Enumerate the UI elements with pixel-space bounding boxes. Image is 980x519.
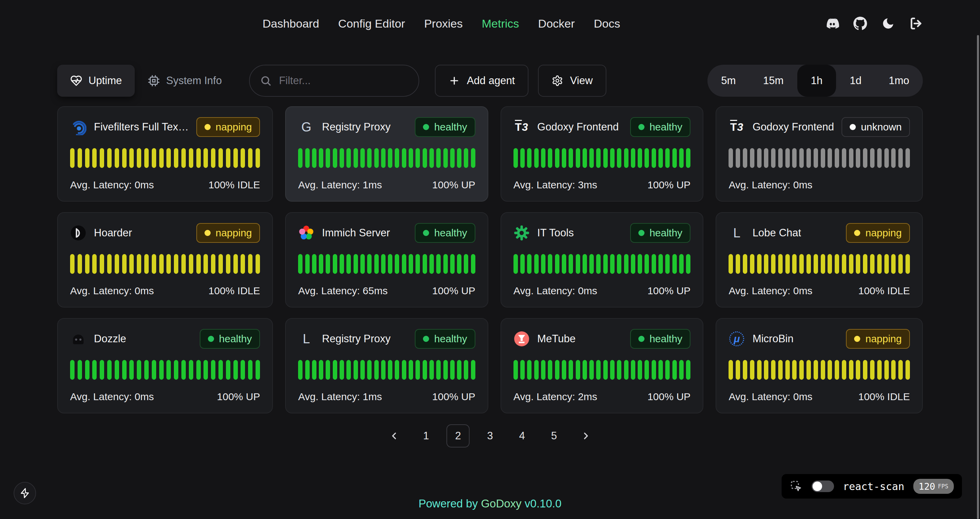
- uptime-bar: [562, 254, 566, 274]
- service-name: Dozzle: [94, 333, 126, 345]
- time-range-15m[interactable]: 15m: [749, 65, 797, 97]
- uptime-bar: [617, 254, 621, 274]
- logout-icon[interactable]: [909, 17, 923, 30]
- uptime-bar: [807, 360, 811, 380]
- uptime-bar: [686, 360, 690, 380]
- uptime-bar: [211, 254, 215, 274]
- uptime-bar: [736, 360, 740, 380]
- uptime-bar: [807, 148, 811, 168]
- page-button-5[interactable]: 5: [542, 424, 566, 447]
- uptime-bar: [596, 254, 601, 274]
- discord-icon[interactable]: [826, 17, 839, 30]
- page-button-1[interactable]: 1: [414, 424, 438, 447]
- nav-item-docs[interactable]: Docs: [594, 17, 620, 30]
- uptime-bar: [122, 254, 127, 274]
- tab-system-info[interactable]: System Info: [135, 65, 235, 97]
- page-button-4[interactable]: 4: [511, 424, 533, 447]
- uptime-bar: [436, 148, 441, 168]
- nav-item-config-editor[interactable]: Config Editor: [338, 17, 405, 30]
- page-button-2[interactable]: 2: [447, 424, 469, 447]
- service-card-fivefilters-full-tex[interactable]: Fivefilters Full Tex…nappingAvg. Latency…: [57, 106, 273, 201]
- uptime-bars: [514, 148, 691, 168]
- uptime-bar: [450, 360, 455, 380]
- service-card-registry-proxy[interactable]: LRegistry ProxyhealthyAvg. Latency: 1ms1…: [285, 318, 488, 414]
- uptime-bar: [395, 148, 399, 168]
- uptime-bar: [672, 254, 677, 274]
- react-scan-widget: react-scan 120 FPS: [782, 474, 962, 498]
- scrollbar-thumb[interactable]: [977, 35, 979, 519]
- time-range-1mo[interactable]: 1mo: [875, 65, 923, 97]
- service-card-dozzle[interactable]: DozzlehealthyAvg. Latency: 0ms100% UP: [57, 318, 273, 414]
- uptime-bar: [576, 360, 580, 380]
- filter-input[interactable]: [279, 75, 408, 87]
- uptime-bar: [792, 360, 797, 380]
- service-card-immich-server[interactable]: Immich ServerhealthyAvg. Latency: 65ms10…: [285, 212, 488, 308]
- next-page-button[interactable]: [574, 424, 598, 447]
- card-footer: Avg. Latency: 0ms100% UP: [70, 391, 260, 402]
- uptime-bar: [589, 148, 594, 168]
- time-range-5m[interactable]: 5m: [708, 65, 749, 97]
- godoxy-link[interactable]: GoDoxy: [481, 497, 521, 510]
- uptime-bar: [778, 148, 783, 168]
- view-button[interactable]: View: [538, 65, 606, 97]
- uptime-bars: [729, 360, 910, 380]
- service-card-godoxy-frontend[interactable]: T3Godoxy FrontendunknownAvg. Latency: 0m…: [716, 106, 923, 201]
- page-button-3[interactable]: 3: [479, 424, 501, 447]
- uptime-bars: [70, 254, 260, 274]
- inspect-cursor-icon[interactable]: [790, 480, 803, 493]
- service-card-microbin[interactable]: μMicroBinnappingAvg. Latency: 0ms100% ID…: [716, 318, 923, 414]
- uptime-bar: [638, 148, 642, 168]
- uptime-bar: [430, 254, 434, 274]
- service-card-godoxy-frontend[interactable]: T3Godoxy FrontendhealthyAvg. Latency: 3m…: [501, 106, 704, 201]
- uptime-bar: [305, 148, 310, 168]
- immich-icon: [298, 225, 314, 241]
- uptime-bar: [596, 360, 601, 380]
- uptime-bar: [196, 360, 201, 380]
- tab-uptime[interactable]: Uptime: [57, 65, 135, 97]
- uptime-bar: [679, 360, 684, 380]
- uptime-bar: [189, 254, 193, 274]
- uptime-bar: [443, 254, 448, 274]
- service-card-hoarder[interactable]: HoardernappingAvg. Latency: 0ms100% IDLE: [57, 212, 273, 308]
- uptime-bar: [835, 360, 839, 380]
- uptime-cards-grid: Fivefilters Full Tex…nappingAvg. Latency…: [57, 106, 923, 414]
- cpu-icon: [148, 75, 160, 87]
- status-badge: healthy: [630, 117, 691, 137]
- react-scan-toggle[interactable]: [811, 481, 834, 492]
- uptime-bar: [757, 360, 762, 380]
- uptime-bars: [729, 148, 910, 168]
- uptime-bars: [298, 360, 476, 380]
- uptime-bar: [430, 148, 434, 168]
- uptime-bar: [679, 148, 684, 168]
- nav-item-proxies[interactable]: Proxies: [424, 17, 463, 30]
- nav-item-dashboard[interactable]: Dashboard: [263, 17, 319, 30]
- status-dot-icon: [850, 124, 856, 130]
- uptime-bar: [204, 360, 208, 380]
- hoarder-icon: [70, 225, 86, 241]
- uptime-bar: [298, 148, 302, 168]
- uptime-bar: [144, 360, 149, 380]
- uptime-bar: [652, 148, 656, 168]
- github-icon[interactable]: [853, 17, 867, 30]
- service-card-registry-proxy[interactable]: GRegistry ProxyhealthyAvg. Latency: 1ms1…: [285, 106, 488, 201]
- nav-item-docker[interactable]: Docker: [538, 17, 575, 30]
- chevron-right-icon: [581, 430, 592, 441]
- service-card-lobe-chat[interactable]: LLobe ChatnappingAvg. Latency: 0ms100% I…: [716, 212, 923, 308]
- card-footer: Avg. Latency: 1ms100% UP: [298, 391, 476, 402]
- uptime-bar: [569, 148, 573, 168]
- add-agent-button[interactable]: Add agent: [435, 65, 528, 97]
- time-range-1h[interactable]: 1h: [797, 65, 836, 97]
- t3-icon: T3: [514, 119, 530, 135]
- moon-icon[interactable]: [881, 17, 895, 30]
- uptime-bar: [100, 360, 104, 380]
- uptime-bar: [423, 254, 427, 274]
- dozzle-icon: [70, 331, 86, 347]
- prev-page-button[interactable]: [382, 424, 406, 447]
- nav-item-metrics[interactable]: Metrics: [482, 17, 519, 30]
- service-card-metube[interactable]: MeTubehealthyAvg. Latency: 2ms100% UP: [501, 318, 704, 414]
- time-range-1d[interactable]: 1d: [836, 65, 875, 97]
- immich-icon: [298, 225, 314, 241]
- uptime-bar: [736, 254, 740, 274]
- service-card-it-tools[interactable]: IT ToolshealthyAvg. Latency: 0ms100% UP: [501, 212, 704, 308]
- status-label: napping: [216, 227, 252, 239]
